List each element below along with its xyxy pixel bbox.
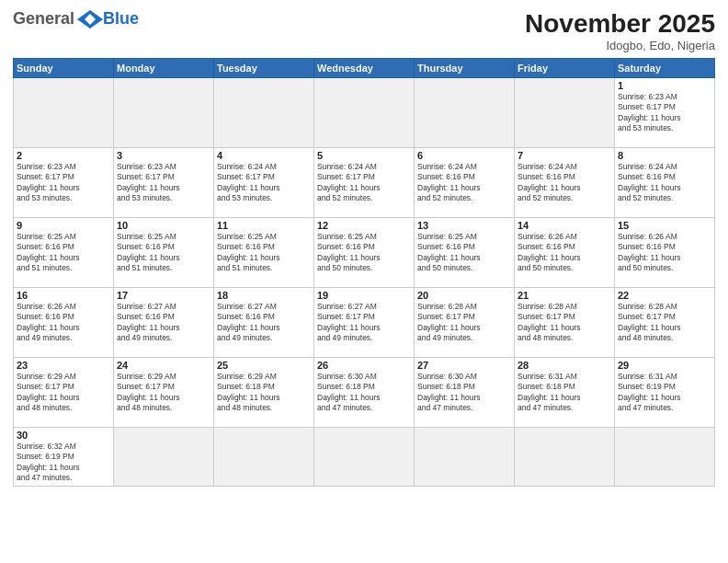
day-info: Sunrise: 6:27 AM Sunset: 6:17 PM Dayligh… xyxy=(317,302,411,344)
day-number: 5 xyxy=(317,150,411,161)
logo-area: General Blue xyxy=(13,9,139,29)
table-row xyxy=(214,428,314,487)
table-row xyxy=(114,428,214,487)
day-info: Sunrise: 6:24 AM Sunset: 6:17 PM Dayligh… xyxy=(217,162,311,204)
day-info: Sunrise: 6:25 AM Sunset: 6:16 PM Dayligh… xyxy=(117,232,210,274)
col-monday: Monday xyxy=(114,59,214,78)
table-row: 18Sunrise: 6:27 AM Sunset: 6:16 PM Dayli… xyxy=(214,288,314,358)
day-info: Sunrise: 6:28 AM Sunset: 6:17 PM Dayligh… xyxy=(518,302,611,344)
day-number: 20 xyxy=(417,290,511,301)
day-info: Sunrise: 6:26 AM Sunset: 6:16 PM Dayligh… xyxy=(618,232,711,274)
day-info: Sunrise: 6:25 AM Sunset: 6:16 PM Dayligh… xyxy=(17,232,110,274)
table-row: 2Sunrise: 6:23 AM Sunset: 6:17 PM Daylig… xyxy=(14,148,114,218)
day-number: 27 xyxy=(417,360,511,371)
month-title: November 2025 xyxy=(525,9,715,39)
day-number: 23 xyxy=(17,360,110,371)
table-row: 3Sunrise: 6:23 AM Sunset: 6:17 PM Daylig… xyxy=(114,148,214,218)
table-row xyxy=(114,78,214,148)
day-number: 3 xyxy=(117,150,210,161)
logo: General Blue xyxy=(13,9,139,29)
table-row: 15Sunrise: 6:26 AM Sunset: 6:16 PM Dayli… xyxy=(615,218,715,288)
logo-general-text: General xyxy=(13,9,74,29)
table-row: 7Sunrise: 6:24 AM Sunset: 6:16 PM Daylig… xyxy=(515,148,615,218)
page: General Blue November 2025 Idogbo, Edo, … xyxy=(0,0,728,563)
day-info: Sunrise: 6:24 AM Sunset: 6:17 PM Dayligh… xyxy=(317,162,411,204)
table-row xyxy=(415,78,515,148)
calendar-week-row: 2Sunrise: 6:23 AM Sunset: 6:17 PM Daylig… xyxy=(14,148,715,218)
table-row: 8Sunrise: 6:24 AM Sunset: 6:16 PM Daylig… xyxy=(615,148,715,218)
day-info: Sunrise: 6:32 AM Sunset: 6:19 PM Dayligh… xyxy=(17,442,110,484)
table-row: 19Sunrise: 6:27 AM Sunset: 6:17 PM Dayli… xyxy=(314,288,415,358)
day-info: Sunrise: 6:24 AM Sunset: 6:16 PM Dayligh… xyxy=(618,162,711,204)
day-info: Sunrise: 6:28 AM Sunset: 6:17 PM Dayligh… xyxy=(417,302,511,344)
day-info: Sunrise: 6:30 AM Sunset: 6:18 PM Dayligh… xyxy=(317,372,411,414)
day-number: 19 xyxy=(317,290,411,301)
table-row xyxy=(615,428,715,487)
calendar-week-row: 1Sunrise: 6:23 AM Sunset: 6:17 PM Daylig… xyxy=(14,78,715,148)
day-number: 9 xyxy=(17,220,110,231)
table-row: 27Sunrise: 6:30 AM Sunset: 6:18 PM Dayli… xyxy=(415,358,515,428)
title-area: November 2025 Idogbo, Edo, Nigeria xyxy=(525,9,715,52)
logo-icon xyxy=(77,10,103,29)
day-info: Sunrise: 6:26 AM Sunset: 6:16 PM Dayligh… xyxy=(518,232,611,274)
table-row xyxy=(214,78,314,148)
table-row: 20Sunrise: 6:28 AM Sunset: 6:17 PM Dayli… xyxy=(415,288,515,358)
table-row: 6Sunrise: 6:24 AM Sunset: 6:16 PM Daylig… xyxy=(415,148,515,218)
day-info: Sunrise: 6:29 AM Sunset: 6:18 PM Dayligh… xyxy=(217,372,311,414)
day-number: 14 xyxy=(518,220,611,231)
day-info: Sunrise: 6:25 AM Sunset: 6:16 PM Dayligh… xyxy=(317,232,411,274)
day-number: 4 xyxy=(217,150,311,161)
day-number: 13 xyxy=(417,220,511,231)
table-row: 12Sunrise: 6:25 AM Sunset: 6:16 PM Dayli… xyxy=(314,218,415,288)
table-row xyxy=(14,78,114,148)
table-row: 24Sunrise: 6:29 AM Sunset: 6:17 PM Dayli… xyxy=(114,358,214,428)
table-row: 9Sunrise: 6:25 AM Sunset: 6:16 PM Daylig… xyxy=(14,218,114,288)
table-row: 25Sunrise: 6:29 AM Sunset: 6:18 PM Dayli… xyxy=(214,358,314,428)
table-row: 30Sunrise: 6:32 AM Sunset: 6:19 PM Dayli… xyxy=(14,428,114,487)
location-subtitle: Idogbo, Edo, Nigeria xyxy=(525,39,715,52)
col-tuesday: Tuesday xyxy=(214,59,314,78)
table-row: 29Sunrise: 6:31 AM Sunset: 6:19 PM Dayli… xyxy=(615,358,715,428)
col-sunday: Sunday xyxy=(14,59,114,78)
day-info: Sunrise: 6:30 AM Sunset: 6:18 PM Dayligh… xyxy=(417,372,511,414)
table-row: 10Sunrise: 6:25 AM Sunset: 6:16 PM Dayli… xyxy=(114,218,214,288)
header: General Blue November 2025 Idogbo, Edo, … xyxy=(13,9,715,52)
day-info: Sunrise: 6:28 AM Sunset: 6:17 PM Dayligh… xyxy=(618,302,711,344)
day-number: 10 xyxy=(117,220,210,231)
day-number: 7 xyxy=(518,150,611,161)
day-number: 12 xyxy=(317,220,411,231)
day-number: 28 xyxy=(518,360,611,371)
day-number: 1 xyxy=(618,80,711,91)
table-row: 11Sunrise: 6:25 AM Sunset: 6:16 PM Dayli… xyxy=(214,218,314,288)
table-row: 22Sunrise: 6:28 AM Sunset: 6:17 PM Dayli… xyxy=(615,288,715,358)
day-info: Sunrise: 6:24 AM Sunset: 6:16 PM Dayligh… xyxy=(518,162,611,204)
day-info: Sunrise: 6:24 AM Sunset: 6:16 PM Dayligh… xyxy=(417,162,511,204)
table-row xyxy=(314,78,415,148)
day-number: 18 xyxy=(217,290,311,301)
table-row: 4Sunrise: 6:24 AM Sunset: 6:17 PM Daylig… xyxy=(214,148,314,218)
day-number: 29 xyxy=(618,360,711,371)
table-row: 28Sunrise: 6:31 AM Sunset: 6:18 PM Dayli… xyxy=(515,358,615,428)
calendar-week-row: 30Sunrise: 6:32 AM Sunset: 6:19 PM Dayli… xyxy=(14,428,715,487)
day-number: 15 xyxy=(618,220,711,231)
day-number: 22 xyxy=(618,290,711,301)
day-info: Sunrise: 6:27 AM Sunset: 6:16 PM Dayligh… xyxy=(217,302,311,344)
day-info: Sunrise: 6:25 AM Sunset: 6:16 PM Dayligh… xyxy=(417,232,511,274)
day-number: 11 xyxy=(217,220,311,231)
table-row xyxy=(314,428,415,487)
calendar-week-row: 23Sunrise: 6:29 AM Sunset: 6:17 PM Dayli… xyxy=(14,358,715,428)
day-number: 17 xyxy=(117,290,210,301)
day-number: 26 xyxy=(317,360,411,371)
day-number: 16 xyxy=(17,290,110,301)
col-thursday: Thursday xyxy=(415,59,515,78)
calendar-header-row: Sunday Monday Tuesday Wednesday Thursday… xyxy=(14,59,715,78)
table-row: 13Sunrise: 6:25 AM Sunset: 6:16 PM Dayli… xyxy=(415,218,515,288)
table-row: 16Sunrise: 6:26 AM Sunset: 6:16 PM Dayli… xyxy=(14,288,114,358)
table-row: 5Sunrise: 6:24 AM Sunset: 6:17 PM Daylig… xyxy=(314,148,415,218)
day-number: 8 xyxy=(618,150,711,161)
col-wednesday: Wednesday xyxy=(314,59,415,78)
calendar-week-row: 9Sunrise: 6:25 AM Sunset: 6:16 PM Daylig… xyxy=(14,218,715,288)
day-number: 25 xyxy=(217,360,311,371)
day-info: Sunrise: 6:25 AM Sunset: 6:16 PM Dayligh… xyxy=(217,232,311,274)
col-friday: Friday xyxy=(515,59,615,78)
